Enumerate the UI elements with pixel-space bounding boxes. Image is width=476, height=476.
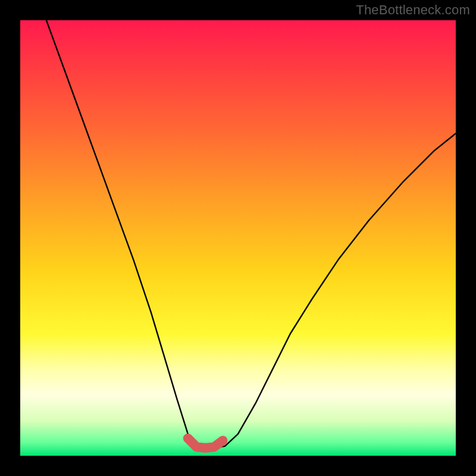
valley-highlight [188, 439, 223, 448]
bottleneck-curve [46, 20, 456, 448]
chart-svg [20, 20, 456, 456]
plot-area [20, 20, 456, 456]
chart-frame: TheBottleneck.com [0, 0, 476, 476]
watermark-text: TheBottleneck.com [356, 2, 470, 18]
